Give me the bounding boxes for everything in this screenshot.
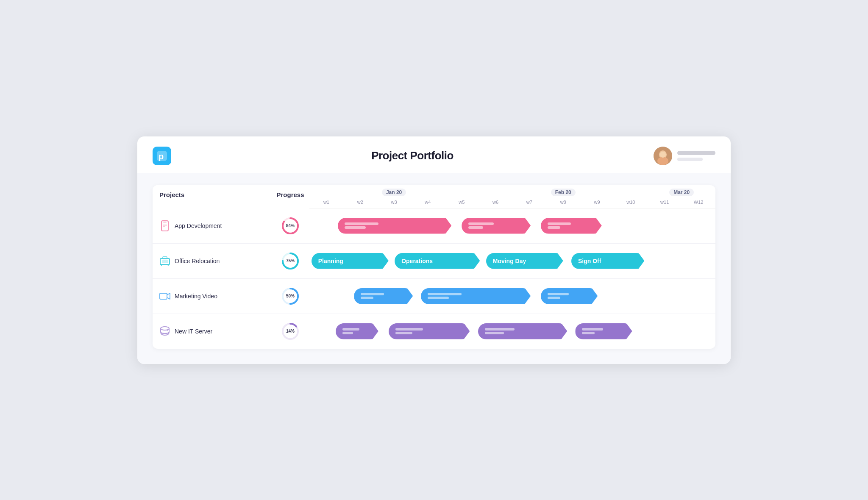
logo-area: p: [153, 147, 171, 165]
timeline-header: Jan 20 Feb 20 Mar 20: [309, 185, 715, 208]
week-w11: w11: [648, 198, 682, 208]
office-label: Office Relocation: [175, 258, 220, 264]
it-progress-label: 14%: [286, 329, 295, 333]
bar-text-lines: [395, 328, 423, 334]
app-dev-bar-2[interactable]: [462, 218, 531, 234]
marketing-label: Marketing Video: [175, 293, 217, 300]
bar-text-lines: [361, 293, 384, 299]
it-bar-1[interactable]: [336, 323, 378, 339]
marketing-bar-1[interactable]: [354, 288, 413, 304]
marketing-bars: [309, 285, 715, 308]
avatar: [654, 147, 672, 165]
bar-line: [468, 222, 494, 225]
bar-line: [548, 293, 569, 295]
projects-column-header: Projects: [153, 185, 271, 208]
office-bar-moving[interactable]: Moving Day: [486, 253, 563, 269]
bar-line: [342, 328, 359, 331]
svg-marker-21: [167, 293, 170, 299]
project-row-marketing: Marketing Video: [153, 279, 271, 314]
week-w7: w7: [512, 198, 546, 208]
user-area: [654, 147, 715, 165]
week-w2: w2: [343, 198, 377, 208]
svg-rect-20: [160, 293, 167, 299]
marketing-bar-2[interactable]: [421, 288, 531, 304]
marketing-circle: 50%: [281, 286, 300, 306]
bar-line: [395, 332, 412, 334]
week-w12: W12: [682, 198, 715, 208]
app-dev-bar-1[interactable]: [338, 218, 451, 234]
office-progress-label: 75%: [286, 258, 295, 263]
bar-line: [485, 332, 504, 334]
office-bar-operations[interactable]: Operations: [395, 253, 480, 269]
svg-point-24: [161, 327, 169, 330]
project-row-it: New IT Server: [153, 314, 271, 349]
body: Projects Progress Jan 20 Feb: [137, 173, 731, 364]
main-card: p Project Portfolio: [137, 136, 731, 364]
svg-rect-7: [163, 222, 167, 222]
marketing-bar-3[interactable]: [541, 288, 598, 304]
bar-text-lines: [548, 222, 571, 229]
office-bar-signoff[interactable]: Sign Off: [571, 253, 644, 269]
it-timeline: [309, 314, 715, 349]
marketing-progress-label: 50%: [286, 294, 295, 298]
office-bar-planning[interactable]: Planning: [312, 253, 389, 269]
gantt-chart: Projects Progress Jan 20 Feb: [153, 185, 715, 349]
app-dev-bar-3[interactable]: [541, 218, 602, 234]
it-progress: 14%: [271, 314, 309, 349]
svg-rect-9: [163, 225, 167, 226]
svg-point-5: [660, 152, 666, 158]
marketing-progress: 50%: [271, 279, 309, 314]
it-bar-2[interactable]: [389, 323, 470, 339]
bar-text-lines: [345, 222, 378, 229]
bar-line: [428, 297, 449, 299]
bar-line: [361, 297, 373, 299]
marketing-timeline: [309, 279, 715, 314]
bar-line: [342, 332, 353, 334]
bar-line: [395, 328, 423, 331]
project-row-app-dev: App Development: [153, 208, 271, 244]
month-feb: Feb 20: [551, 189, 576, 196]
app-dev-bars: [309, 214, 715, 237]
week-w8: w8: [546, 198, 580, 208]
svg-point-25: [167, 329, 168, 331]
logo-icon: p: [153, 147, 171, 165]
app-dev-progress: 84%: [271, 208, 309, 244]
office-timeline: Planning Operations Moving Day Sign Off: [309, 244, 715, 279]
office-progress: 75%: [271, 244, 309, 279]
marketing-icon: [159, 291, 170, 302]
week-w1: w1: [309, 198, 343, 208]
svg-rect-8: [163, 224, 167, 225]
it-bar-3[interactable]: [478, 323, 568, 339]
office-bars: Planning Operations Moving Day Sign Off: [309, 250, 715, 272]
bar-line: [345, 222, 378, 225]
svg-point-4: [657, 157, 668, 165]
bar-text-lines: [485, 328, 515, 334]
bar-text-lines: [548, 293, 569, 299]
month-mar: Mar 20: [669, 189, 694, 196]
week-w6: w6: [479, 198, 512, 208]
page-title: Project Portfolio: [371, 149, 453, 162]
it-bar-4[interactable]: [575, 323, 632, 339]
bar-line: [548, 222, 571, 225]
svg-rect-17: [163, 257, 167, 259]
month-jan: Jan 20: [382, 189, 406, 196]
progress-column-header: Progress: [271, 185, 309, 208]
app-dev-circle: 84%: [281, 216, 300, 236]
bar-line: [428, 293, 462, 295]
svg-text:p: p: [159, 152, 164, 161]
app-dev-icon: [159, 220, 170, 231]
bar-text-lines: [468, 222, 494, 229]
week-w4: w4: [411, 198, 445, 208]
gantt-grid: Projects Progress Jan 20 Feb: [153, 185, 715, 349]
project-row-office: Office Relocation: [153, 244, 271, 279]
it-label: New IT Server: [175, 328, 212, 335]
header: p Project Portfolio: [137, 136, 731, 173]
user-info: [677, 151, 715, 161]
office-circle: 75%: [281, 251, 300, 271]
svg-rect-14: [162, 260, 168, 263]
bar-text-lines: [582, 328, 603, 334]
svg-rect-10: [163, 226, 165, 227]
bar-text-lines: [428, 293, 462, 299]
bar-line: [548, 297, 560, 299]
bar-line: [345, 226, 366, 229]
